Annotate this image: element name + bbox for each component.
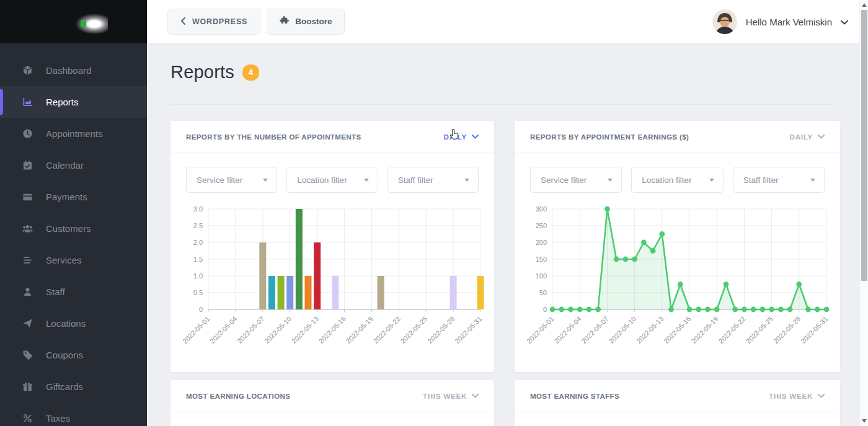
svg-text:2022-05-19: 2022-05-19: [345, 315, 374, 345]
sidebar-nav: DashboardReportsAppointmentsCalendarPaym…: [0, 43, 147, 426]
sidebar-item-calendar[interactable]: Calendar: [0, 149, 147, 181]
svg-text:250: 250: [536, 222, 547, 229]
scrollbar-thumb[interactable]: [861, 10, 867, 281]
main-content: Reports 4 REPORTS BY THE NUMBER OF APPOI…: [147, 43, 859, 426]
boostore-button[interactable]: Boostore: [267, 9, 345, 35]
sidebar-item-label: Staff: [46, 286, 65, 297]
card-most-earning-staffs: MOST EARNING STAFFS THIS WEEK: [515, 380, 840, 426]
staff-filter-select[interactable]: Staff filter: [388, 167, 479, 193]
card-title: REPORTS BY THE NUMBER OF APPOINTMENTS: [186, 133, 361, 141]
sidebar-item-label: Appointments: [46, 128, 103, 139]
wallet-icon: [22, 192, 33, 202]
svg-text:0: 0: [199, 306, 203, 313]
scrollbar-down-arrow[interactable]: [862, 419, 867, 423]
clock-icon: [22, 128, 33, 139]
svg-text:2022-05-25: 2022-05-25: [399, 315, 428, 345]
earnings-line-chart: 3002502001501005002022-05-012022-05-0420…: [524, 200, 833, 363]
svg-text:2022-05-01: 2022-05-01: [181, 315, 211, 345]
scrollbar-up-arrow[interactable]: [862, 3, 867, 7]
card-title: REPORTS BY APPOINTMENT EARNINGS ($): [530, 133, 689, 141]
page-title: Reports: [170, 62, 234, 82]
svg-text:2022-05-07: 2022-05-07: [236, 315, 265, 345]
sidebar: DashboardReportsAppointmentsCalendarPaym…: [0, 0, 147, 426]
chevron-down-icon: [818, 394, 825, 398]
staff-filter-label: Staff filter: [398, 175, 433, 185]
chevron-down-icon: [818, 135, 825, 139]
svg-text:2022-05-22: 2022-05-22: [371, 315, 401, 345]
svg-text:2022-05-01: 2022-05-01: [525, 315, 555, 345]
sidebar-item-label: Giftcards: [46, 381, 83, 392]
staff-filter-select[interactable]: Staff filter: [733, 167, 825, 193]
sidebar-item-coupons[interactable]: Coupons: [0, 339, 147, 371]
svg-text:100: 100: [536, 272, 547, 280]
service-filter-label: Service filter: [541, 175, 587, 185]
wordpress-back-button[interactable]: WORDPRESS: [167, 9, 260, 35]
service-filter-select[interactable]: Service filter: [530, 167, 622, 193]
sidebar-item-dashboard[interactable]: Dashboard: [0, 55, 147, 86]
sidebar-item-services[interactable]: Services: [0, 244, 147, 276]
sidebar-item-label: Services: [46, 255, 82, 265]
service-filter-select[interactable]: Service filter: [186, 167, 277, 193]
chevron-down-icon: [472, 394, 479, 398]
topbar: WORDPRESS Boostore Hello Mark Velmiskin: [147, 0, 859, 43]
sidebar-item-label: Calendar: [46, 160, 84, 171]
card-earnings-report: REPORTS BY APPOINTMENT EARNINGS ($) DAIL…: [515, 121, 840, 372]
caret-down-icon: [464, 179, 469, 182]
svg-text:2022-05-22: 2022-05-22: [717, 315, 747, 345]
cube-icon: [22, 65, 33, 76]
location-filter-select[interactable]: Location filter: [631, 167, 723, 193]
period-label: DAILY: [790, 133, 813, 141]
sidebar-item-payments[interactable]: Payments: [0, 181, 147, 213]
tag-icon: [22, 350, 33, 360]
sidebar-item-appointments[interactable]: Appointments: [0, 118, 147, 149]
users-icon: [22, 223, 33, 234]
svg-text:2022-05-13: 2022-05-13: [290, 315, 320, 345]
caret-down-icon: [709, 179, 714, 182]
svg-text:1.0: 1.0: [193, 272, 203, 280]
app-logo[interactable]: [0, 0, 147, 43]
caret-down-icon: [263, 179, 268, 182]
svg-text:2022-05-31: 2022-05-31: [799, 315, 829, 345]
location-filter-label: Location filter: [642, 175, 691, 185]
period-dropdown-daily[interactable]: DAILY: [444, 133, 479, 141]
sidebar-item-label: Coupons: [46, 350, 83, 360]
location-icon: [22, 318, 33, 329]
period-dropdown-this-week[interactable]: THIS WEEK: [423, 393, 479, 400]
sidebar-item-reports[interactable]: Reports: [0, 86, 147, 118]
period-dropdown-daily[interactable]: DAILY: [790, 133, 825, 141]
sidebar-item-label: Taxes: [46, 413, 70, 424]
page-scrollbar[interactable]: [859, 0, 868, 426]
sidebar-item-staff[interactable]: Staff: [0, 276, 147, 308]
svg-text:2.0: 2.0: [193, 239, 203, 246]
page-count-badge: 4: [242, 64, 259, 81]
sidebar-item-customers[interactable]: Customers: [0, 213, 147, 244]
service-filter-label: Service filter: [197, 175, 242, 185]
period-dropdown-this-week[interactable]: THIS WEEK: [769, 393, 825, 400]
gift-icon: [22, 381, 33, 392]
user-greeting: Hello Mark Velmiskin: [746, 17, 832, 27]
sidebar-item-label: Customers: [46, 223, 91, 234]
sidebar-item-giftcards[interactable]: Giftcards: [0, 371, 147, 402]
title-divider: [170, 104, 832, 105]
sidebar-item-taxes[interactable]: Taxes: [0, 402, 147, 426]
appointments-bar-chart: 3.02.52.01.51.00.502022-05-012022-05-042…: [180, 200, 487, 363]
percent-icon: [22, 413, 33, 424]
person-icon: [22, 286, 33, 297]
svg-text:0: 0: [543, 306, 547, 313]
list-icon: [22, 255, 33, 265]
period-label: THIS WEEK: [423, 393, 467, 400]
svg-text:2.5: 2.5: [193, 222, 203, 229]
chevron-down-icon: [472, 135, 479, 139]
chart-icon: [22, 97, 33, 107]
logo-green-mark-icon: [81, 20, 86, 27]
location-filter-select[interactable]: Location filter: [286, 167, 378, 193]
user-avatar: [712, 9, 737, 34]
user-menu[interactable]: Hello Mark Velmiskin: [712, 0, 848, 43]
puzzle-icon: [280, 16, 289, 27]
calendar-icon: [22, 160, 33, 171]
sidebar-item-label: Payments: [46, 192, 87, 202]
svg-text:0.5: 0.5: [193, 289, 203, 296]
sidebar-item-locations[interactable]: Locations: [0, 308, 147, 339]
svg-text:2022-05-04: 2022-05-04: [208, 315, 238, 345]
svg-text:2022-05-16: 2022-05-16: [662, 315, 692, 345]
